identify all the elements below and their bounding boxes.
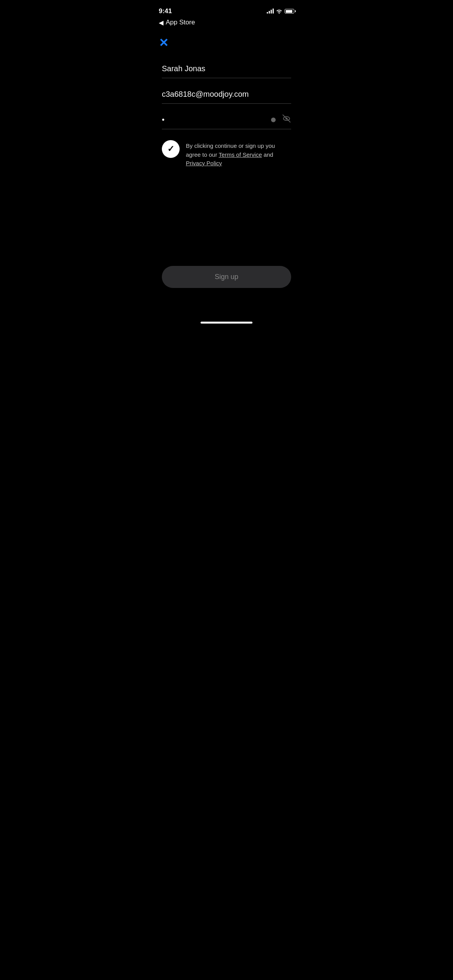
status-time: 9:41 — [159, 7, 172, 15]
status-bar: 9:41 — [151, 0, 302, 17]
status-icons — [267, 9, 294, 14]
back-chevron-icon: ◀ — [159, 19, 163, 26]
password-dot-indicator — [271, 118, 276, 122]
back-button[interactable]: ◀ App Store — [159, 19, 195, 26]
home-indicator — [201, 322, 252, 324]
terms-row: ✓ By clicking continue or sign up you ag… — [162, 140, 291, 168]
show-password-button[interactable] — [282, 114, 291, 125]
password-wrapper — [162, 111, 291, 129]
email-input[interactable] — [162, 86, 291, 104]
checkmark-icon: ✓ — [167, 144, 174, 154]
battery-icon — [285, 9, 294, 14]
close-icon: ✕ — [159, 36, 168, 49]
agree-checkbox[interactable]: ✓ — [162, 140, 180, 158]
signup-button[interactable]: Sign up — [162, 266, 291, 288]
signal-icon — [267, 9, 274, 14]
nav-bar: ◀ App Store — [151, 17, 302, 29]
back-label: App Store — [166, 19, 195, 26]
close-button[interactable]: ✕ — [151, 29, 302, 53]
terms-of-service-link[interactable]: Terms of Service — [219, 151, 262, 158]
signup-form: ✓ By clicking continue or sign up you ag… — [151, 53, 302, 168]
terms-text: By clicking continue or sign up you agre… — [186, 140, 291, 168]
wifi-icon — [276, 9, 282, 14]
privacy-policy-link[interactable]: Privacy Policy — [186, 160, 222, 166]
name-input[interactable] — [162, 60, 291, 78]
